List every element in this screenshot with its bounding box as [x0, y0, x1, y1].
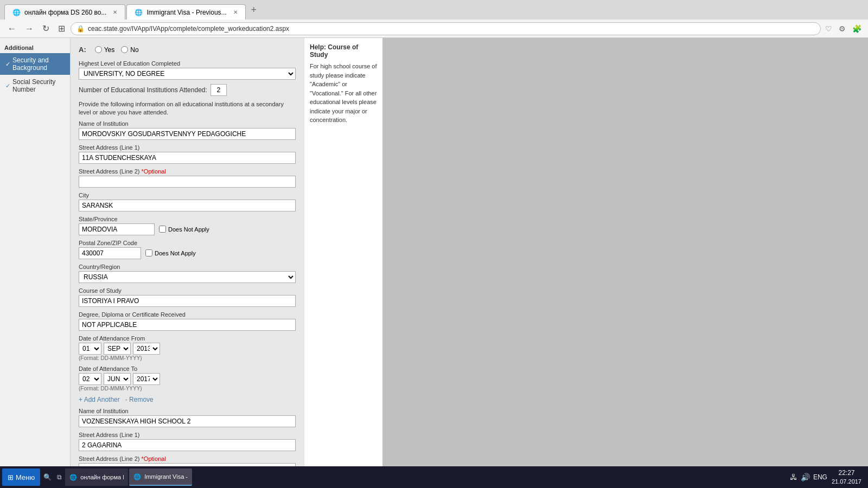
education-level-group: Highest Level of Education Completed UNI…: [79, 60, 296, 80]
inst1-name-input[interactable]: [79, 128, 296, 140]
refresh-button[interactable]: ↻: [39, 22, 53, 35]
num-institutions-input[interactable]: 2: [210, 84, 227, 96]
new-tab-button[interactable]: +: [247, 4, 261, 16]
radio-no-label[interactable]: No: [121, 46, 138, 54]
inst2-street1-input[interactable]: [79, 439, 296, 451]
taskbar-right: 🖧 🔊 ENG 22:27 21.07.2017: [790, 469, 866, 485]
taskbar-start-button[interactable]: ⊞ Меню: [2, 468, 40, 486]
inst1-postal-dna-checkbox[interactable]: [145, 249, 152, 256]
sidebar-item-security-label: Security and Background: [12, 56, 65, 72]
inst1-attend-to-row: 02 JUN 2017: [79, 373, 296, 385]
inst1-attend-to-dd[interactable]: 02: [79, 373, 101, 385]
inst2-name-input[interactable]: [79, 415, 296, 427]
tab-1[interactable]: 🌐 онлайн форма DS 260 во... ✕: [4, 4, 125, 20]
inst1-state-row: Does Not Apply: [79, 223, 296, 235]
inst1-postal-row: Does Not Apply: [79, 247, 296, 259]
inst1-degree-label: Degree, Diploma or Certificate Received: [79, 311, 296, 318]
sidebar-item-ssn-label: Social Security Number: [12, 78, 65, 93]
taskbar-task-view-button[interactable]: ⧉: [55, 472, 64, 482]
sidebar-item-security[interactable]: ✓ Security and Background: [0, 53, 70, 75]
address-bar[interactable]: 🔒 ceac.state.gov/IVApp/IVApp/complete/co…: [71, 22, 821, 35]
taskbar: ⊞ Меню 🔍 ⧉ 🌐 онлайн форма DS... 🌐 Immigr…: [0, 466, 868, 488]
inst1-attend-to-yyyy[interactable]: 2017: [133, 373, 160, 385]
inst1-country-group: Country/Region RUSSIA: [79, 264, 296, 283]
inst1-attend-from-dd[interactable]: 01: [79, 343, 101, 355]
radio-no[interactable]: [121, 46, 128, 53]
tab-bar: 🌐 онлайн форма DS 260 во... ✕ 🌐 Immigran…: [0, 0, 868, 20]
check-icon-1: ✓: [5, 61, 10, 68]
radio-group: A: Yes No: [79, 46, 296, 54]
institution-2-block: Name of Institution Street Address (Line…: [79, 408, 296, 466]
inst1-city-group: City: [79, 192, 296, 211]
inst1-country-label: Country/Region: [79, 264, 296, 270]
inst1-city-label: City: [79, 192, 296, 198]
help-area: Help: Course of Study For high school co…: [304, 38, 382, 466]
inst1-city-input[interactable]: [79, 200, 296, 211]
inst1-attend-from-label: Date of Attendance From: [79, 335, 296, 342]
inst2-street1-group: Street Address (Line 1): [79, 432, 296, 451]
inst1-attend-from-row: 01 SEP 2013: [79, 343, 296, 355]
forward-button[interactable]: →: [22, 23, 37, 35]
sidebar-section-label: Additional: [0, 42, 70, 53]
question-block: A: Yes No: [79, 46, 296, 54]
back-button[interactable]: ←: [4, 23, 20, 35]
inst1-name-label: Name of Institution: [79, 120, 296, 127]
inst2-street2-optional: *Optional: [142, 455, 166, 462]
inst1-postal-input[interactable]: [79, 247, 141, 259]
taskbar-volume-icon: 🔊: [801, 473, 810, 481]
inst1-degree-group: Degree, Diploma or Certificate Received: [79, 311, 296, 331]
inst1-course-label: Course of Study: [79, 287, 296, 294]
a-label: A:: [79, 46, 86, 54]
inst2-name-label: Name of Institution: [79, 408, 296, 414]
inst1-postal-dna-label[interactable]: Does Not Apply: [145, 249, 196, 256]
inst1-state-group: State/Province Does Not Apply: [79, 216, 296, 235]
inst1-state-label: State/Province: [79, 216, 296, 222]
radio-yes-label[interactable]: Yes: [95, 46, 115, 54]
tab-1-close[interactable]: ✕: [113, 9, 117, 15]
toolbar-right: ♡ ⚙ 🧩: [823, 23, 864, 34]
inst1-name-group: Name of Institution: [79, 120, 296, 140]
remove-link[interactable]: - Remove: [125, 396, 154, 403]
education-level-select[interactable]: UNIVERSITY, NO DEGREE: [79, 68, 296, 80]
taskbar-system-icons: 🖧 🔊 ENG: [790, 473, 827, 481]
inst1-state-input[interactable]: [79, 223, 155, 235]
inst1-attend-from-mmm[interactable]: SEP: [104, 343, 131, 355]
inst1-country-select[interactable]: RUSSIA: [79, 271, 296, 283]
taskbar-search-button[interactable]: 🔍: [41, 472, 54, 482]
taskbar-app-1[interactable]: 🌐 онлайн форма DS...: [65, 468, 128, 486]
form-area: A: Yes No Highest Level of Education Com…: [71, 38, 304, 466]
settings-button[interactable]: ⚙: [837, 23, 848, 34]
inst1-degree-input[interactable]: [79, 319, 296, 331]
inst1-street1-input[interactable]: [79, 152, 296, 164]
inst1-state-dna-label[interactable]: Does Not Apply: [159, 226, 209, 233]
taskbar-clock: 22:27 21.07.2017: [832, 469, 861, 485]
help-course-text: For high school course of study please i…: [310, 62, 377, 125]
inst1-attend-to-mmm[interactable]: JUN: [104, 373, 131, 385]
inst2-street2-group: Street Address (Line 2) *Optional: [79, 455, 296, 466]
inst1-state-dna-checkbox[interactable]: [159, 226, 166, 233]
education-level-label: Highest Level of Education Completed: [79, 60, 296, 67]
inst1-street2-input[interactable]: [79, 176, 296, 188]
windows-icon: ⊞: [8, 473, 14, 481]
favorites-button[interactable]: ♡: [823, 23, 834, 34]
inst1-attend-to-group: Date of Attendance To 02 JUN 2017 (Forma…: [79, 365, 296, 391]
inst1-postal-label: Postal Zone/ZIP Code: [79, 240, 296, 246]
taskbar-app-2[interactable]: 🌐 Immigrant Visa -...: [129, 468, 192, 486]
tab-2[interactable]: 🌐 Immigrant Visa - Previous... ✕: [126, 4, 245, 20]
sidebar: Additional ✓ Security and Background ✓ S…: [0, 38, 71, 466]
inst1-attend-from-yyyy[interactable]: 2013: [133, 343, 160, 355]
instruction: Provide the following information on all…: [79, 100, 296, 117]
home-button[interactable]: ⊞: [55, 22, 68, 35]
extensions-button[interactable]: 🧩: [850, 23, 864, 34]
inst2-street1-label: Street Address (Line 1): [79, 432, 296, 438]
lock-icon: 🔒: [76, 25, 85, 33]
add-another-link[interactable]: + Add Another: [79, 396, 120, 403]
inst2-street2-label: Street Address (Line 2) *Optional: [79, 455, 296, 462]
radio-yes[interactable]: [95, 46, 102, 53]
inst1-course-input[interactable]: [79, 295, 296, 307]
taskbar-time-value: 22:27: [832, 469, 861, 478]
inst2-name-group: Name of Institution: [79, 408, 296, 427]
taskbar-start-label: Меню: [16, 473, 35, 481]
sidebar-item-ssn[interactable]: ✓ Social Security Number: [0, 75, 70, 97]
tab-2-close[interactable]: ✕: [233, 9, 238, 15]
